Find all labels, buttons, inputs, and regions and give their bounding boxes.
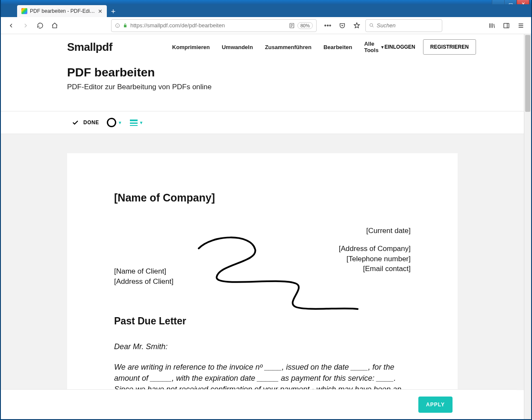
pdf-document[interactable]: [Name of Company] [Current date] [Addres… [67, 153, 458, 390]
drawn-annotation[interactable] [195, 236, 366, 322]
check-icon [71, 119, 79, 126]
info-icon [115, 23, 120, 28]
zoom-badge[interactable]: 80% [297, 22, 313, 29]
caret-down-icon: ▼ [139, 120, 144, 125]
circle-shape-icon [107, 118, 116, 127]
smallpdf-logo[interactable]: Smallpdf [67, 41, 112, 54]
new-tab-button[interactable]: + [107, 6, 120, 17]
chevron-down-icon: ▼ [380, 45, 385, 50]
doc-company-name: [Name of Company] [114, 192, 411, 204]
search-box[interactable] [365, 19, 442, 32]
tab-title: PDF bearbeiten - PDF-Editor an [30, 8, 95, 14]
search-icon [369, 23, 374, 28]
menu-button[interactable] [515, 20, 527, 32]
bookmark-button[interactable] [351, 20, 363, 32]
browser-tab[interactable]: PDF bearbeiten - PDF-Editor an ✕ [17, 5, 107, 17]
library-button[interactable] [486, 20, 498, 32]
lock-icon [123, 23, 128, 28]
apply-button[interactable]: APPLY [418, 397, 453, 413]
register-button[interactable]: REGISTRIEREN [423, 39, 476, 55]
favicon-icon [21, 8, 27, 14]
scrollbar[interactable] [524, 34, 531, 419]
scrollbar-thumb[interactable] [525, 35, 530, 112]
caret-down-icon: ▼ [118, 120, 122, 125]
reload-button[interactable] [34, 20, 46, 32]
reader-icon[interactable] [289, 23, 295, 29]
nav-komprimieren[interactable]: Komprimieren [172, 41, 210, 53]
pocket-button[interactable] [336, 20, 348, 32]
tab-strip: PDF bearbeiten - PDF-Editor an ✕ + [1, 4, 531, 17]
address-bar[interactable]: https://smallpdf.com/de/pdf-bearbeiten 8… [111, 19, 317, 32]
doc-letter-title: Past Due Letter [114, 315, 186, 327]
apply-bar: APPLY [1, 389, 517, 419]
doc-client-address: [Address of Client] [114, 277, 173, 287]
svg-rect-3 [504, 23, 509, 28]
search-input[interactable] [377, 22, 438, 29]
site-header: Smallpdf Komprimieren Umwandeln Zusammen… [1, 34, 524, 60]
doc-greeting: Dear Mr. Smith: [114, 341, 411, 352]
page-actions-button[interactable]: ••• [322, 20, 334, 32]
url-text: https://smallpdf.com/de/pdf-bearbeiten [130, 22, 286, 29]
nav-bearbeiten[interactable]: Bearbeiten [323, 41, 352, 53]
nav-alletools[interactable]: Alle Tools ▼ [364, 41, 385, 53]
browser-toolbar: https://smallpdf.com/de/pdf-bearbeiten 8… [1, 17, 531, 34]
shape-picker[interactable]: ▼ [107, 118, 122, 127]
doc-current-date: [Current date] [339, 226, 411, 236]
nav-zusammenfuehren[interactable]: Zusammenführen [265, 41, 312, 53]
doc-client-name: [Name of Client] [114, 266, 173, 277]
back-button[interactable] [5, 20, 17, 32]
forward-button[interactable] [20, 20, 32, 32]
page-subtitle: PDF-Editor zur Bearbeitung von PDFs onli… [67, 83, 524, 91]
thickness-icon [130, 120, 138, 126]
page-title: PDF bearbeiten [67, 66, 524, 79]
svg-point-2 [370, 23, 373, 26]
tab-close-icon[interactable]: ✕ [98, 8, 103, 15]
nav-umwandeln[interactable]: Umwandeln [222, 41, 253, 53]
home-button[interactable] [49, 20, 61, 32]
done-button[interactable]: DONE [71, 119, 99, 126]
editor-toolbar: DONE ▼ ▼ [1, 111, 524, 134]
thickness-picker[interactable]: ▼ [130, 120, 144, 126]
login-button[interactable]: EINLOGGEN [385, 44, 415, 50]
sidebar-button[interactable] [500, 20, 512, 32]
canvas-area: [Name of Company] [Current date] [Addres… [1, 134, 524, 390]
